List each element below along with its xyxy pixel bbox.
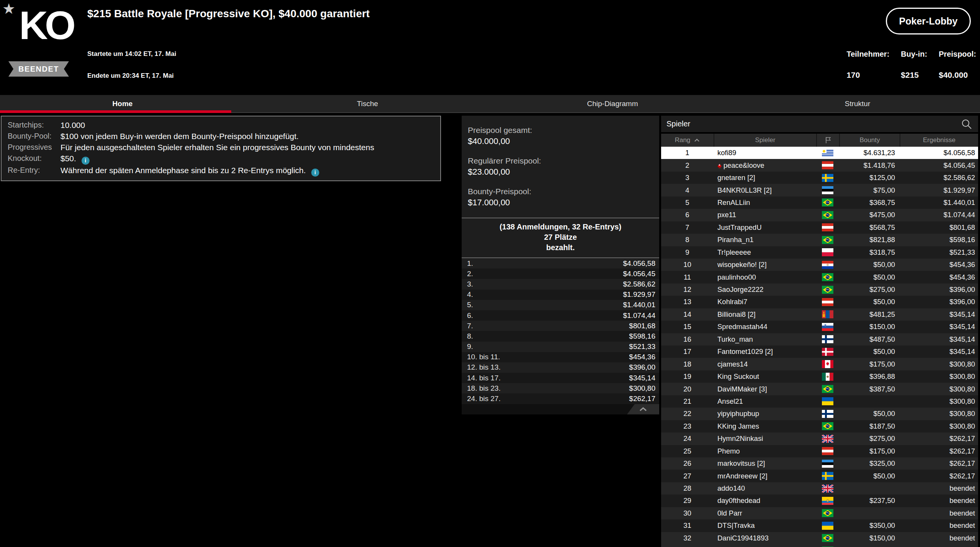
players-title-bar: Spieler: [661, 116, 978, 132]
player-flag: [816, 410, 839, 418]
payout-row: 2. $4.056,45: [462, 269, 659, 279]
payout-amount: $262,17: [629, 395, 655, 403]
player-flag: [816, 198, 839, 206]
flag-UA-icon: [822, 397, 833, 405]
player-row-7[interactable]: 7 JustTrappedU $568,75 $801,68: [661, 221, 978, 234]
player-row-15[interactable]: 15 Spredmastah44 $150,00 $345,14: [661, 321, 978, 333]
player-name: RenALLiin: [714, 198, 816, 207]
player-flag: [816, 286, 839, 294]
player-row-23[interactable]: 23 KKing James $187,50 $300,80: [661, 420, 978, 432]
player-result: $801,68: [900, 223, 978, 232]
player-flag: [816, 472, 839, 480]
player-name: Tr!pleeeee: [714, 248, 816, 257]
player-row-21[interactable]: 21 Ansel21 $300,80: [661, 395, 978, 408]
player-row-28[interactable]: 28 addo140 beendet: [661, 482, 978, 495]
flag-AT-icon: [822, 223, 833, 231]
player-result: $300,80: [900, 422, 978, 431]
player-row-5[interactable]: 5 RenALLiin $368,75 $1.440,01: [661, 197, 978, 209]
player-flag: [816, 186, 839, 194]
player-rank: 24: [661, 434, 714, 443]
search-icon[interactable]: [960, 118, 973, 130]
column-header-flag[interactable]: [816, 134, 839, 147]
tab-struktur[interactable]: Struktur: [735, 95, 980, 112]
player-flag: [816, 161, 839, 169]
player-row-24[interactable]: 24 Hymn2Ninkasi $275,00 $262,17: [661, 432, 978, 445]
player-row-2[interactable]: 2 ♠★peace&loove $1.418,76 $4.056,45: [661, 159, 978, 171]
player-row-17[interactable]: 17 Fantomet1029 [2] $50,00 $345,14: [661, 346, 978, 358]
player-flag: [816, 497, 839, 505]
info-icon[interactable]: i: [311, 169, 319, 177]
poker-lobby-button[interactable]: Poker-Lobby: [886, 8, 971, 34]
payout-row: 4. $1.929,97: [462, 290, 659, 300]
column-header-bounty[interactable]: Bounty: [839, 134, 900, 147]
player-row-8[interactable]: 8 Piranha_n1 $821,88 $598,16: [661, 234, 978, 246]
page-title: $215 Battle Royale [Progressive KO], $40…: [87, 8, 370, 20]
player-row-30[interactable]: 30 0ld Parr beendet: [661, 507, 978, 519]
info-value: $100 von jedem Buy-in werden dem Bounty-…: [60, 131, 436, 142]
player-name: addo140: [714, 484, 816, 493]
payout-place: 18. bis 23.: [467, 384, 501, 393]
player-rank: 23: [661, 422, 714, 431]
payout-place: 6.: [467, 311, 473, 320]
player-row-20[interactable]: 20 DaviMMaker [3] $387,50 $300,80: [661, 383, 978, 395]
player-row-6[interactable]: 6 pxe11 $475,00 $1.074,44: [661, 209, 978, 221]
player-row-13[interactable]: 13 Kohlrabi7 $50,00 $396,00: [661, 296, 978, 308]
column-header-results[interactable]: Ergebnisse: [900, 134, 978, 147]
player-name: mrAndreeew [2]: [714, 472, 816, 480]
flag-BR-icon: [822, 509, 833, 517]
payout-amount: $396,00: [629, 363, 655, 372]
stat-label: Buy-in:: [901, 50, 927, 59]
player-row-19[interactable]: 19 King Suckout $396,88 $300,80: [661, 370, 978, 383]
player-result: $396,00: [900, 285, 978, 294]
player-result: $300,80: [900, 385, 978, 393]
player-row-25[interactable]: 25 Phemo $175,00 $262,17: [661, 445, 978, 457]
tab-tische[interactable]: Tische: [245, 95, 490, 112]
flag-BR-icon: [822, 422, 833, 430]
player-row-32[interactable]: 32 DaniC19941893 $150,00 beendet: [661, 532, 978, 544]
player-name: Hymn2Ninkasi: [714, 434, 816, 443]
player-row-9[interactable]: 9 Tr!pleeeee $318,75 $521,33: [661, 246, 978, 259]
player-row-3[interactable]: 3 gnetaren [2] $125,00 $2.586,62: [661, 172, 978, 184]
player-flag: [816, 522, 839, 530]
player-flag: [816, 149, 839, 157]
player-rank: 17: [661, 347, 714, 356]
payout-row: 3. $2.586,62: [462, 279, 659, 289]
info-label: Progressives Knockout:: [8, 142, 60, 165]
player-row-12[interactable]: 12 SaoJorge2222 $275,00 $396,00: [661, 283, 978, 296]
player-rank: 6: [661, 211, 714, 219]
player-name: yipyiphupbup: [714, 409, 816, 418]
player-result: beendet: [900, 484, 978, 493]
player-row-4[interactable]: 4 B4NKR0LL3R [2] $75,00 $1.929,97: [661, 184, 978, 196]
player-bounty: $237,50: [839, 496, 900, 505]
player-row-partial[interactable]: [661, 544, 978, 547]
player-rank: 29: [661, 496, 714, 505]
pool-1: Regulärer Preispool: $23.000,00: [468, 156, 653, 177]
player-row-1[interactable]: 1 kofi89 $4.631,23 $4.056,58: [661, 147, 978, 159]
tab-home[interactable]: Home: [0, 95, 245, 112]
tab-chip-diagramm[interactable]: Chip-Diagramm: [490, 95, 735, 112]
player-row-29[interactable]: 29 day0fthedead $237,50 beendet: [661, 495, 978, 507]
info-icon[interactable]: i: [82, 157, 90, 165]
player-row-31[interactable]: 31 DTS|Travka $350,00 beendet: [661, 519, 978, 532]
stat-2: Preispool: $40.000: [939, 50, 976, 80]
player-row-18[interactable]: 18 cjames14 $175,00 $300,80: [661, 358, 978, 370]
collapse-payouts-button[interactable]: [627, 404, 659, 414]
column-header-rank[interactable]: Rang: [661, 134, 714, 147]
player-row-27[interactable]: 27 mrAndreeew [2] $50,00 $262,17: [661, 470, 978, 482]
player-row-10[interactable]: 10 wisopekeño! [2] $50,00 $454,36: [661, 259, 978, 271]
column-header-player[interactable]: Spieler: [714, 134, 816, 147]
player-flag: [816, 373, 839, 381]
player-row-14[interactable]: 14 Billionai8 [2] $481,25 $345,14: [661, 308, 978, 321]
player-result: $2.586,62: [900, 174, 978, 182]
player-name: pxe11: [714, 211, 816, 219]
player-flag: [816, 460, 839, 468]
player-flag: [816, 385, 839, 393]
player-row-22[interactable]: 22 yipyiphupbup $50,00 $300,80: [661, 408, 978, 420]
payout-amount: $1.074,44: [623, 311, 655, 320]
player-flag: [816, 422, 839, 430]
player-bounty: $125,00: [839, 174, 900, 182]
player-row-26[interactable]: 26 markovitsus [2] $325,00 $262,17: [661, 457, 978, 470]
player-row-16[interactable]: 16 Turko_man $487,50 $345,14: [661, 333, 978, 346]
player-row-11[interactable]: 11 paulinhoo00 $50,00 $454,36: [661, 271, 978, 283]
info-value: Während der späten Anmeldephase sind bis…: [60, 165, 436, 177]
